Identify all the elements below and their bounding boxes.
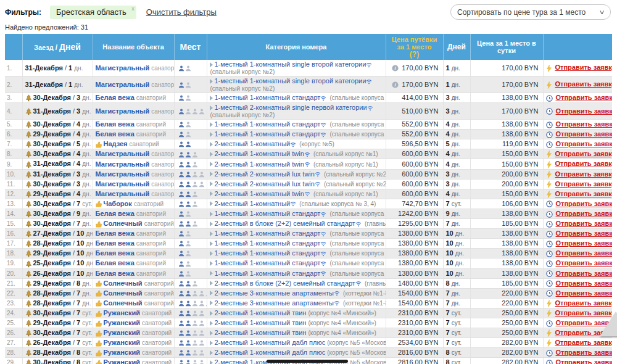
category-link[interactable]: 1-местный 1-комнатный стандарт [215,210,321,217]
info-icon[interactable]: i [392,81,399,88]
send-request-link[interactable]: Отправить заявку [556,220,613,227]
object-link[interactable]: Солнечный [104,220,143,227]
expand-icon[interactable] [210,79,213,84]
category-link[interactable]: 2-местный 1-комнатный твин [215,319,307,326]
expand-icon[interactable] [210,162,213,167]
category-link[interactable]: 1-местный 2-комнатный single первой кате… [215,104,367,111]
expand-icon[interactable] [210,350,213,355]
send-request-link[interactable]: Отправить заявку [556,200,613,207]
expand-icon[interactable] [210,261,213,266]
object-link[interactable]: Магистральный [96,180,150,188]
object-link[interactable]: Чаборок [104,200,132,207]
object-link[interactable]: Ружанский [104,358,140,364]
object-link[interactable]: Белая вежа [96,130,135,138]
object-link[interactable]: Магистральный [96,81,150,88]
send-request-link[interactable]: Отправить заявку [556,279,613,287]
expand-icon[interactable] [210,241,213,246]
expand-icon[interactable] [210,311,213,316]
send-request-link[interactable]: Отправить заявку [555,299,613,307]
send-request-link[interactable]: Отправить заявку [556,289,613,297]
object-link[interactable]: Магистральный [96,190,150,197]
object-link[interactable]: Ружанский [104,319,140,326]
expand-icon[interactable] [210,96,213,101]
send-request-link[interactable]: Отправить заявку [556,230,613,237]
filter-chip-region[interactable]: Брестская область x [50,6,136,19]
expand-icon[interactable] [210,341,213,345]
expand-icon[interactable] [210,281,213,286]
object-link[interactable]: Белая вежа [96,270,135,277]
expand-icon[interactable] [210,221,213,226]
expand-icon[interactable] [210,231,213,236]
expand-icon[interactable] [210,152,213,157]
header-price[interactable]: Цена путёвки за 1 место (?) [386,34,443,60]
expand-icon[interactable] [210,191,213,196]
send-request-link[interactable]: Отправить заявку [556,249,613,257]
expand-icon[interactable] [210,62,213,67]
expand-icon[interactable] [210,321,213,326]
object-link[interactable]: Солнечный [104,299,143,307]
header-object[interactable]: Название объекта [93,34,174,60]
category-link[interactable]: 2-местный в блоке (2+2) семейный стандар… [215,279,355,287]
info-icon[interactable]: i [392,65,399,72]
send-request-link[interactable]: Отправить заявку [555,339,613,346]
category-link[interactable]: 1-местный 1-комнатный single второй кате… [215,60,366,68]
object-link[interactable]: Ружанский [104,309,140,316]
category-link[interactable]: 2-местный 1-комнатный дабл плюс [215,339,326,346]
object-link[interactable]: Магистральный [96,107,150,115]
category-link[interactable]: 2-местный 1-комнатный [215,200,291,207]
scroll-top-button[interactable] [600,312,617,336]
category-link[interactable]: 2-местный 1-комнатный дабл плюс [215,349,326,356]
object-link[interactable]: Магистральный [96,160,150,168]
object-link[interactable]: Магистральный [96,150,150,157]
expand-icon[interactable] [210,181,213,186]
expand-icon[interactable] [210,300,213,305]
object-link[interactable]: Белая вежа [96,230,135,237]
header-arrival[interactable]: Заезд / Дней [22,34,93,60]
expand-icon[interactable] [210,132,213,137]
expand-icon[interactable] [210,212,213,217]
category-link[interactable]: 1-местный 1-комнатный стандарт [215,249,321,257]
object-link[interactable]: Магистральный [96,170,150,178]
object-link[interactable]: Белая вежа [96,259,135,267]
object-link[interactable]: Ружанский [104,339,140,346]
send-request-link[interactable]: Отправить заявку [556,120,613,128]
send-request-link[interactable]: Отправить заявку [556,349,613,356]
category-link[interactable]: 1-местный 1-комнатный single второй кате… [215,77,366,85]
category-link[interactable]: 2-местные 3-комнатные апартаменты [215,299,334,307]
sort-select[interactable]: Сортировать по цене тура за 1 место ∨ [450,4,611,20]
expand-icon[interactable] [210,271,213,276]
send-request-link[interactable]: Отправить заявку [556,107,613,115]
chip-close-icon[interactable]: x [131,6,135,12]
category-link[interactable]: 1-местный 1-комнатный стандарт [215,94,321,101]
price-help-icon[interactable]: (?) [410,50,419,59]
category-link[interactable]: 1-местный 1-комнатный стандарт [215,270,321,277]
expand-icon[interactable] [210,122,213,127]
category-link[interactable]: 1-местный 1-комнатный стандарт [215,259,321,267]
clear-filters-link[interactable]: Очистить фильтры [146,7,217,17]
category-link[interactable]: 2-местный 1-комнатный twin [215,160,304,168]
expand-icon[interactable] [210,360,213,364]
send-request-link[interactable]: Отправить заявку [556,140,613,147]
category-link[interactable]: 2-местный 2-комнатный lux twin [215,180,315,188]
send-request-link[interactable]: Отправить заявку [556,94,613,101]
send-request-link[interactable]: Отправить заявку [556,239,613,247]
category-link[interactable]: 2-местный 2-комнатный lux twin [215,170,315,178]
header-seats[interactable]: Мест [174,34,207,60]
object-link[interactable]: Надзея [104,140,128,147]
expand-icon[interactable] [210,291,213,296]
send-request-link[interactable]: Отправить заявку [555,80,613,88]
send-request-link[interactable]: Отправить заявку [555,160,613,167]
send-request-link[interactable]: Отправить заявку [556,210,613,217]
object-link[interactable]: Ружанский [104,329,140,336]
send-request-link[interactable]: Отправить заявку [556,358,613,364]
category-link[interactable]: 1-местный 1-комнатный стандарт [215,230,321,237]
expand-icon[interactable] [210,331,213,336]
expand-icon[interactable] [210,251,213,256]
category-link[interactable]: 1-местный 1-комнатный стандарт [215,120,321,128]
category-link[interactable]: 2-местный в блоке (2+2) семейный стандар… [215,220,355,227]
category-link[interactable]: 2-местный 1-комнатный twin [215,190,304,197]
category-link[interactable]: 2-местный 1-комнатный твин [215,329,307,336]
category-link[interactable]: 2-местный 1-комнатный twin [215,150,304,157]
send-request-link[interactable]: Отправить заявку [555,150,613,157]
object-link[interactable]: Белая вежа [96,249,135,257]
